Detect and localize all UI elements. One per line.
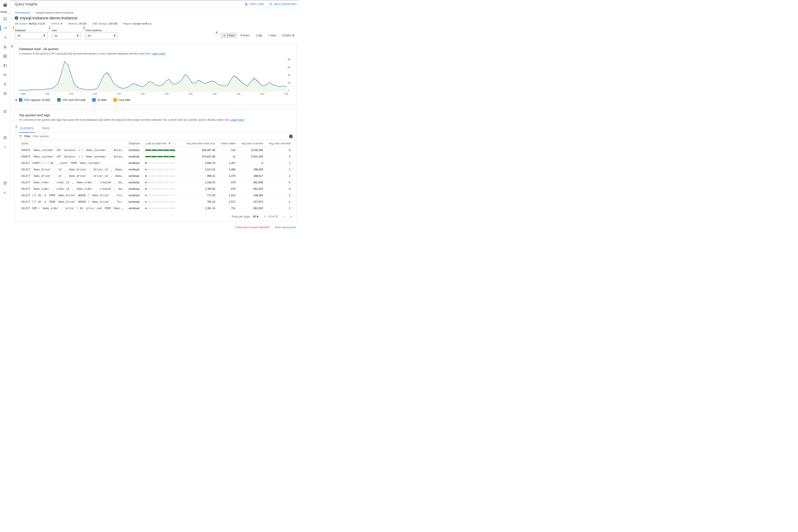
database-load-chart: [19, 58, 286, 92]
cell-returned: 1: [265, 205, 293, 212]
cell-returned: 0: [265, 186, 293, 192]
cell-exec: 772.29: [183, 192, 218, 199]
table-row[interactable]: SELECT SUM ( `demo_order` . `price` ) AS…: [19, 205, 293, 212]
caret-down-icon: ▾: [257, 214, 259, 219]
filter-client-label: Client address: [85, 29, 118, 32]
database-load-card: Database load - all queries A measure of…: [15, 43, 297, 106]
cell-load: [143, 205, 183, 212]
col-exec[interactable]: Avg execution time (ms): [183, 140, 218, 147]
table-row[interactable]: SELECT (?) AS `a` FROM `demo_driver` WHE…: [19, 199, 293, 205]
learn-more-link[interactable]: Learn more: [230, 118, 244, 121]
cell-returned: 1: [265, 192, 293, 199]
table-row[interactable]: UPDATE `demo_customer` SET `balance` = (…: [19, 147, 293, 153]
cell-database: workload: [126, 160, 143, 166]
table-row[interactable]: SELECT `demo_driver` . `id` , `demo_driv…: [19, 173, 293, 179]
table-row[interactable]: UPDATE `demo_customer` SET `balance` = (…: [19, 153, 293, 160]
caret-down-icon: ▾: [114, 33, 116, 38]
filter-input[interactable]: [32, 135, 287, 138]
cell-returned: 1: [265, 173, 293, 179]
pager-prev[interactable]: ‹: [283, 214, 285, 219]
cell-query: SELECT SUM ( `demo_order` . `price` ) AS…: [19, 205, 126, 212]
learn-more-link[interactable]: Learn more: [152, 52, 165, 55]
caret-down-icon: ▾: [77, 33, 79, 38]
col-database[interactable]: Database: [126, 140, 143, 147]
checkbox-icon: [113, 98, 117, 101]
col-scanned[interactable]: Avg rows scanned: [238, 140, 265, 147]
filter-user-select[interactable]: All ▾: [52, 32, 81, 39]
cell-returned: 0: [265, 153, 293, 160]
tab-tags[interactable]: TAGS: [40, 125, 51, 133]
sidebar-item-more3[interactable]: [2, 144, 9, 151]
sidebar-item-more1[interactable]: [2, 108, 9, 115]
table-row[interactable]: SELECT `demo_order` . `order_id` , `demo…: [19, 186, 293, 192]
caret-down-icon: ▾: [43, 33, 45, 38]
breadcrumb-parent[interactable]: All instances: [15, 11, 30, 14]
help-assistant-button[interactable]: HELP ASSISTANT: [269, 3, 297, 6]
time-range-option[interactable]: 1 day: [253, 33, 265, 38]
table-row[interactable]: SELECT `demo_order` . `order_id` , `demo…: [19, 179, 293, 186]
filter-client-select[interactable]: All ▾: [85, 32, 118, 39]
chart-y-axis: 806040200: [286, 58, 293, 92]
sidebar-item-insights[interactable]: [2, 24, 9, 32]
card-title: Top queries and tags: [19, 113, 293, 117]
sidebar-item-connections[interactable]: [2, 90, 9, 97]
sidebar-item-more2[interactable]: [2, 134, 9, 141]
annotation-3: 3: [83, 26, 85, 30]
cell-query: SELECT `demo_driver` . `id` , `demo_driv…: [19, 173, 126, 179]
sidebar-item-databases[interactable]: [2, 53, 9, 60]
legend-item[interactable]: CPU and CPU wait: [57, 98, 85, 101]
cell-called: 1,466: [218, 166, 238, 173]
col-returned[interactable]: Avg rows returned: [265, 140, 293, 147]
time-range-option[interactable]: 1 hour: [220, 33, 237, 38]
svg-rect-1: [4, 19, 6, 20]
sidebar-item-users[interactable]: [2, 43, 9, 50]
cell-exec: 2,584.79: [183, 160, 218, 166]
sidebar-item-operations[interactable]: [2, 81, 9, 88]
cell-scanned: 339,459: [238, 192, 265, 199]
svg-point-15: [5, 94, 5, 95]
svg-rect-7: [4, 64, 6, 67]
time-range-option[interactable]: 6 hours: [238, 33, 253, 38]
top-queries-card: Top queries and tags An overview of the …: [15, 109, 297, 222]
pager-next[interactable]: ›: [290, 214, 292, 219]
cell-load: [143, 153, 183, 160]
tab-queries[interactable]: QUERIES: [19, 125, 35, 133]
cell-exec: 1,381.14: [183, 205, 218, 212]
queries-table: Query Database Load by total time ▼ ↓ Av…: [19, 140, 293, 212]
cell-query: SELECT (?) AS `a` FROM `demo_driver` WHE…: [19, 192, 126, 199]
cell-scanned: 8,430,358: [238, 147, 265, 153]
cell-database: workload: [126, 186, 143, 192]
help-icon[interactable]: ?: [289, 135, 293, 138]
sidebar-collapse-toggle[interactable]: [2, 189, 9, 196]
legend-item[interactable]: IO Wait: [92, 98, 106, 101]
cell-scanned: 862,933: [238, 205, 265, 212]
col-query[interactable]: Query: [19, 140, 126, 147]
product-logo[interactable]: [2, 1, 8, 8]
table-row[interactable]: SELECT `demo_driver` . `id` , `demo_driv…: [19, 166, 293, 173]
sidebar-item-import[interactable]: [2, 34, 9, 41]
col-load[interactable]: Load by total time ▼ ↓: [143, 140, 183, 147]
sidebar-item-release-notes[interactable]: [2, 179, 9, 187]
legend-item[interactable]: Lock Wait: [113, 98, 130, 101]
instance-title: mysql-instance-demo-instance: [20, 16, 78, 20]
chevron-right-icon: ›: [33, 11, 34, 14]
sidebar-item-backups[interactable]: [2, 62, 9, 69]
sidebar-item-instances[interactable]: [2, 15, 9, 22]
legend-item[interactable]: CPU capacity: (4.000): [19, 98, 50, 101]
table-row[interactable]: SELECT COUNT ( * ) AS `__count` FROM `de…: [19, 160, 293, 166]
annotation-7: 7: [15, 126, 17, 129]
cell-load: [143, 192, 183, 199]
rows-per-page-select[interactable]: 10 ▾: [253, 214, 259, 219]
copy-link-button[interactable]: COPY LINK: [245, 3, 264, 6]
col-called[interactable]: Times called: [218, 140, 238, 147]
arrow-down-icon: ↓: [174, 142, 176, 145]
annotation-2: 2: [49, 26, 50, 30]
cell-query: UPDATE `demo_customer` SET `balance` = (…: [19, 147, 126, 153]
sidebar-item-replicas[interactable]: [2, 71, 9, 78]
table-row[interactable]: SELECT (?) AS `a` FROM `demo_driver` WHE…: [19, 192, 293, 199]
time-range-option[interactable]: 7 days: [265, 33, 279, 38]
time-range-custom[interactable]: Custom ▾: [279, 32, 297, 39]
show-debug-panel[interactable]: Show debug panel: [275, 226, 296, 229]
filter-database-select[interactable]: All ▾: [15, 32, 48, 39]
chart-legend: CPU capacity: (4.000)CPU and CPU waitIO …: [19, 98, 293, 101]
